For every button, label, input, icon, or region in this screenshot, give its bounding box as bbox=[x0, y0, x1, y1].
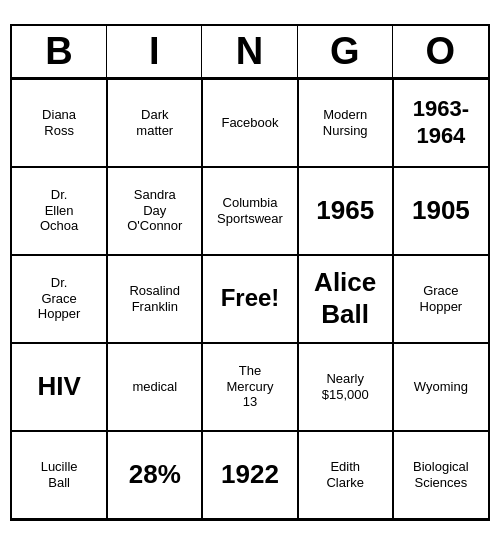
bingo-cell: Grace Hopper bbox=[393, 255, 488, 343]
cell-text: 1922 bbox=[221, 459, 279, 490]
header-letter: O bbox=[393, 26, 488, 77]
cell-text: HIV bbox=[37, 371, 80, 402]
bingo-cell: Free! bbox=[202, 255, 297, 343]
bingo-cell: Wyoming bbox=[393, 343, 488, 431]
cell-text: Wyoming bbox=[414, 379, 468, 395]
bingo-cell: Rosalind Franklin bbox=[107, 255, 202, 343]
cell-text: 1963- 1964 bbox=[413, 96, 469, 149]
header-letter: I bbox=[107, 26, 202, 77]
bingo-cell: Edith Clarke bbox=[298, 431, 393, 519]
header-letter: B bbox=[12, 26, 107, 77]
cell-text: Columbia Sportswear bbox=[217, 195, 283, 226]
header-letter: G bbox=[298, 26, 393, 77]
cell-text: Dr. Ellen Ochoa bbox=[40, 187, 78, 234]
bingo-cell: Dark matter bbox=[107, 79, 202, 167]
cell-text: Alice Ball bbox=[314, 267, 376, 329]
bingo-card: BINGO Diana RossDark matterFacebookModer… bbox=[10, 24, 490, 521]
bingo-cell: 1965 bbox=[298, 167, 393, 255]
bingo-cell: HIV bbox=[12, 343, 107, 431]
bingo-cell: Modern Nursing bbox=[298, 79, 393, 167]
bingo-header: BINGO bbox=[12, 26, 488, 79]
cell-text: Diana Ross bbox=[42, 107, 76, 138]
cell-text: 1965 bbox=[316, 195, 374, 226]
bingo-cell: Alice Ball bbox=[298, 255, 393, 343]
cell-text: 1905 bbox=[412, 195, 470, 226]
bingo-cell: 1922 bbox=[202, 431, 297, 519]
bingo-cell: 28% bbox=[107, 431, 202, 519]
bingo-cell: The Mercury 13 bbox=[202, 343, 297, 431]
cell-text: 28% bbox=[129, 459, 181, 490]
cell-text: Dark matter bbox=[136, 107, 173, 138]
bingo-cell: 1905 bbox=[393, 167, 488, 255]
cell-text: Biological Sciences bbox=[413, 459, 469, 490]
bingo-cell: Sandra Day O'Connor bbox=[107, 167, 202, 255]
cell-text: Facebook bbox=[221, 115, 278, 131]
cell-text: Lucille Ball bbox=[41, 459, 78, 490]
bingo-cell: Diana Ross bbox=[12, 79, 107, 167]
cell-text: The Mercury 13 bbox=[227, 363, 274, 410]
cell-text: Edith Clarke bbox=[326, 459, 364, 490]
bingo-cell: Dr. Ellen Ochoa bbox=[12, 167, 107, 255]
cell-text: Free! bbox=[221, 284, 280, 313]
bingo-cell: Columbia Sportswear bbox=[202, 167, 297, 255]
bingo-cell: 1963- 1964 bbox=[393, 79, 488, 167]
bingo-grid: Diana RossDark matterFacebookModern Nurs… bbox=[12, 79, 488, 519]
cell-text: Dr. Grace Hopper bbox=[38, 275, 81, 322]
cell-text: Modern Nursing bbox=[323, 107, 368, 138]
bingo-cell: Dr. Grace Hopper bbox=[12, 255, 107, 343]
cell-text: Grace Hopper bbox=[420, 283, 463, 314]
bingo-cell: Facebook bbox=[202, 79, 297, 167]
header-letter: N bbox=[202, 26, 297, 77]
bingo-cell: Biological Sciences bbox=[393, 431, 488, 519]
bingo-cell: medical bbox=[107, 343, 202, 431]
bingo-cell: Nearly $15,000 bbox=[298, 343, 393, 431]
cell-text: Rosalind Franklin bbox=[129, 283, 180, 314]
cell-text: Nearly $15,000 bbox=[322, 371, 369, 402]
cell-text: medical bbox=[132, 379, 177, 395]
cell-text: Sandra Day O'Connor bbox=[127, 187, 182, 234]
bingo-cell: Lucille Ball bbox=[12, 431, 107, 519]
